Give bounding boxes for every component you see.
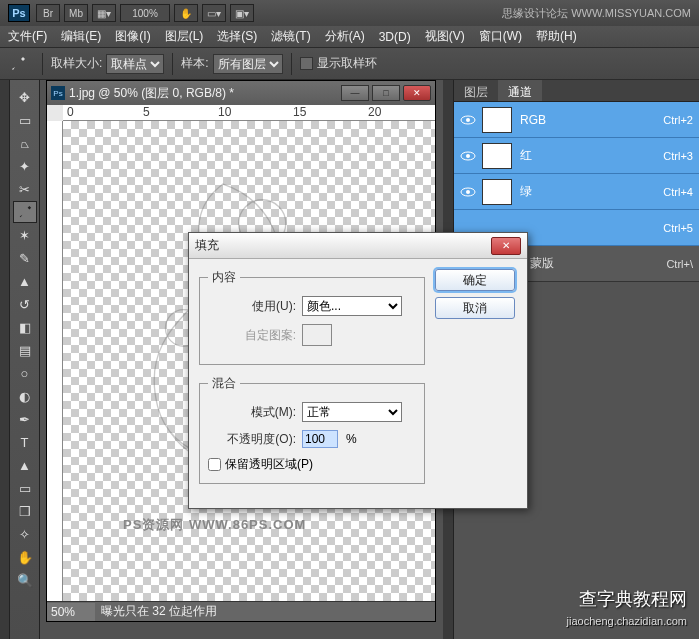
opacity-input[interactable]: [302, 430, 338, 448]
sample-label: 样本:: [181, 55, 208, 72]
cancel-button[interactable]: 取消: [435, 297, 515, 319]
menu-window[interactable]: 窗口(W): [479, 28, 522, 45]
path-select-tool[interactable]: ▲: [13, 454, 37, 476]
pattern-swatch[interactable]: [302, 324, 332, 346]
sample-select[interactable]: 所有图层: [213, 54, 283, 74]
channel-thumb: [482, 143, 512, 169]
history-brush-tool[interactable]: ↺: [13, 293, 37, 315]
group-content: 内容 使用(U): 颜色... 自定图案:: [199, 269, 425, 365]
channel-shortcut: Ctrl+3: [663, 150, 693, 162]
channel-name: 红: [520, 147, 532, 164]
separator: [42, 53, 43, 75]
ruler-horizontal[interactable]: 05101520: [63, 105, 435, 121]
arrange-button[interactable]: ▭▾: [202, 4, 226, 22]
eye-icon[interactable]: [460, 184, 476, 200]
menu-help[interactable]: 帮助(H): [536, 28, 577, 45]
channel-row-red[interactable]: 红 Ctrl+3: [454, 138, 699, 174]
menu-select[interactable]: 选择(S): [217, 28, 257, 45]
opacity-label: 不透明度(O):: [208, 431, 296, 448]
marquee-tool[interactable]: ▭: [13, 109, 37, 131]
dodge-tool[interactable]: ◐: [13, 385, 37, 407]
separator: [172, 53, 173, 75]
hand-tool[interactable]: ✋: [13, 546, 37, 568]
screen-mode-button[interactable]: ▣▾: [230, 4, 254, 22]
use-label: 使用(U):: [208, 298, 296, 315]
3d-tool[interactable]: ❒: [13, 500, 37, 522]
crop-tool[interactable]: ✂: [13, 178, 37, 200]
bridge-button[interactable]: Br: [36, 4, 60, 22]
group-blend: 混合 模式(M): 正常 不透明度(O): % 保留透明区域(P): [199, 375, 425, 484]
close-icon[interactable]: ✕: [491, 237, 521, 255]
eye-icon[interactable]: [460, 148, 476, 164]
svg-point-8: [466, 190, 470, 194]
move-tool[interactable]: ✥: [13, 86, 37, 108]
menu-analysis[interactable]: 分析(A): [325, 28, 365, 45]
ps-logo: Ps: [8, 4, 30, 22]
channel-shortcut: Ctrl+5: [663, 222, 693, 234]
forum-text: 思缘设计论坛 WWW.MISSYUAN.COM: [502, 6, 691, 21]
preserve-checkbox[interactable]: [208, 458, 221, 471]
svg-point-4: [466, 118, 470, 122]
ruler-vertical[interactable]: [47, 121, 63, 601]
eye-icon[interactable]: [460, 112, 476, 128]
close-button[interactable]: ✕: [403, 85, 431, 101]
stamp-tool[interactable]: ▲: [13, 270, 37, 292]
document-titlebar[interactable]: Ps 1.jpg @ 50% (图层 0, RGB/8) * — □ ✕: [47, 81, 435, 105]
document-statusbar: 50% 曝光只在 32 位起作用: [47, 601, 435, 621]
minibridge-button[interactable]: Mb: [64, 4, 88, 22]
status-text: 曝光只在 32 位起作用: [101, 603, 217, 620]
healing-tool[interactable]: ✶: [13, 224, 37, 246]
lasso-tool[interactable]: ⏢: [13, 132, 37, 154]
eyedropper-tool[interactable]: [13, 201, 37, 223]
collapse-strip-left[interactable]: [0, 80, 10, 639]
channel-row-rgb[interactable]: RGB Ctrl+2: [454, 102, 699, 138]
app-titlebar: Ps Br Mb ▦▾ 100% ✋ ▭▾ ▣▾ 思缘设计论坛 WWW.MISS…: [0, 0, 699, 26]
channel-thumb: [482, 179, 512, 205]
type-tool[interactable]: T: [13, 431, 37, 453]
tab-layers[interactable]: 图层: [454, 80, 498, 101]
brush-tool[interactable]: ✎: [13, 247, 37, 269]
eraser-tool[interactable]: ◧: [13, 316, 37, 338]
menu-file[interactable]: 文件(F): [8, 28, 47, 45]
use-select[interactable]: 颜色...: [302, 296, 402, 316]
3d-camera-tool[interactable]: ✧: [13, 523, 37, 545]
show-ring-checkbox[interactable]: [300, 57, 313, 70]
menu-layer[interactable]: 图层(L): [165, 28, 204, 45]
eyedropper-icon: [10, 56, 26, 72]
zoom-level-button[interactable]: 100%: [120, 4, 170, 22]
channel-name: RGB: [520, 113, 546, 127]
zoom-field[interactable]: 50%: [47, 603, 95, 621]
show-ring-label: 显示取样环: [317, 55, 377, 72]
menu-image[interactable]: 图像(I): [115, 28, 150, 45]
wand-tool[interactable]: ✦: [13, 155, 37, 177]
maximize-button[interactable]: □: [372, 85, 400, 101]
menu-filter[interactable]: 滤镜(T): [271, 28, 310, 45]
menu-edit[interactable]: 编辑(E): [61, 28, 101, 45]
separator: [291, 53, 292, 75]
channel-row-green[interactable]: 绿 Ctrl+4: [454, 174, 699, 210]
blur-tool[interactable]: ○: [13, 362, 37, 384]
percent-label: %: [346, 432, 357, 446]
sample-size-select[interactable]: 取样点: [106, 54, 164, 74]
mode-select[interactable]: 正常: [302, 402, 402, 422]
tab-channels[interactable]: 通道: [498, 80, 542, 101]
gradient-tool[interactable]: ▤: [13, 339, 37, 361]
pen-tool[interactable]: ✒: [13, 408, 37, 430]
panel-tabs: 图层 通道: [454, 80, 699, 102]
canvas-watermark: PS资源网 WWW.86PS.COM: [123, 516, 306, 534]
shape-tool[interactable]: ▭: [13, 477, 37, 499]
channel-shortcut: Ctrl+2: [663, 114, 693, 126]
preserve-label: 保留透明区域(P): [225, 456, 313, 473]
dialog-titlebar[interactable]: 填充 ✕: [189, 233, 527, 259]
hand-button[interactable]: ✋: [174, 4, 198, 22]
menu-view[interactable]: 视图(V): [425, 28, 465, 45]
minimize-button[interactable]: —: [341, 85, 369, 101]
zoom-tool[interactable]: 🔍: [13, 569, 37, 591]
toolbox: ✥ ▭ ⏢ ✦ ✂ ✶ ✎ ▲ ↺ ◧ ▤ ○ ◐ ✒ T ▲ ▭ ❒ ✧ ✋ …: [10, 80, 40, 639]
menubar: 文件(F) 编辑(E) 图像(I) 图层(L) 选择(S) 滤镜(T) 分析(A…: [0, 26, 699, 48]
sample-size-label: 取样大小:: [51, 55, 102, 72]
menu-3d[interactable]: 3D(D): [379, 30, 411, 44]
view-extras-button[interactable]: ▦▾: [92, 4, 116, 22]
channel-shortcut: Ctrl+4: [663, 186, 693, 198]
ok-button[interactable]: 确定: [435, 269, 515, 291]
